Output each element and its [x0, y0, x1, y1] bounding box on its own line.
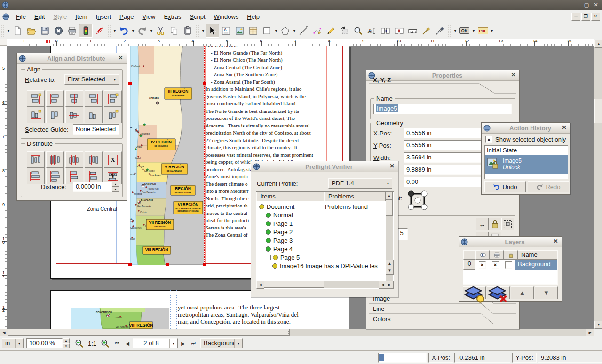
menu-insert[interactable]: Insert [92, 12, 116, 22]
print-column-header[interactable] [490, 250, 504, 260]
menu-extras[interactable]: Extras [159, 12, 185, 22]
lower-map-image[interactable]: CONCEPCIÓNChillánLos AngelesVIII REGIÓN [71, 308, 169, 329]
lower-text-frame[interactable]: yet most populous area. The three larges… [178, 304, 333, 325]
zoom-in-button[interactable] [98, 337, 112, 350]
chile-map-image[interactable]: ★★★★★ChañaralCOPIAPÓVallenarLA SERENA.Co… [130, 46, 204, 265]
distance-spinner[interactable]: 0.0000 in ▲▼ [73, 182, 119, 192]
preflight-row[interactable]: Image16 Image has a DPI-Value les [272, 261, 378, 270]
horizontal-ruler[interactable]: -10123456789101112131415 [7, 39, 594, 46]
align-button-7[interactable] [46, 107, 64, 123]
redo-button[interactable]: Redo [528, 181, 569, 192]
distribute-button-3[interactable] [65, 151, 83, 168]
preflight-row[interactable]: −Page 5 [266, 253, 300, 261]
insert-image-frame-button[interactable] [233, 24, 246, 38]
preflight-row[interactable]: Page 4 [266, 245, 293, 253]
action-history-titlebar[interactable]: Action History ✕ [482, 123, 570, 134]
window-minimize-button[interactable]: ─ [573, 2, 581, 8]
chevron-down-icon[interactable]: ▼ [6, 24, 11, 37]
mdi-close-button[interactable]: × [591, 13, 600, 21]
align-button-6[interactable] [27, 107, 45, 123]
align-button-8[interactable] [65, 107, 83, 123]
selection-handle[interactable] [203, 82, 206, 85]
tree-horizontal-scrollbar[interactable]: ◀ ◀ ▶ [256, 281, 393, 288]
delete-layer-button[interactable] [487, 286, 510, 299]
spin-up-icon[interactable]: ▲ [112, 182, 119, 187]
preflight-verifier-button[interactable] [79, 24, 93, 38]
chevron-down-icon[interactable]: ▼ [274, 24, 278, 37]
items-column-header[interactable]: Items [256, 192, 324, 201]
layer-lock-checkbox[interactable] [502, 260, 515, 270]
save-button[interactable] [38, 24, 52, 38]
distribute-button-7[interactable] [46, 168, 64, 184]
copy-properties-button[interactable] [420, 24, 433, 38]
distribute-button-1[interactable] [27, 151, 45, 168]
lower-layer-button[interactable]: ▼ [535, 286, 558, 299]
chevron-down-icon[interactable]: ▼ [149, 24, 154, 37]
zoom-level-spinner[interactable]: 100.00 % ▲▼ [26, 338, 70, 348]
insert-shape-button[interactable] [260, 24, 274, 38]
paste-button[interactable] [181, 24, 195, 38]
window-close-button[interactable]: ✕ [592, 2, 600, 8]
selection-handle[interactable] [128, 82, 132, 85]
layer-row[interactable]: 0 × × Background [463, 260, 557, 270]
redo-button[interactable] [135, 24, 149, 38]
insert-bezier-button[interactable] [310, 24, 324, 38]
undo-button[interactable] [117, 24, 131, 38]
menu-script[interactable]: Script [185, 12, 209, 22]
horizontal-scrollbar[interactable]: ◀ ▶ [0, 329, 594, 336]
pdf-text-field-tool[interactable]: PDF [476, 24, 490, 38]
history-item[interactable]: Initial State [485, 146, 568, 155]
scroll-up-icon[interactable]: ▲ [386, 192, 393, 200]
layer-print-checkbox[interactable]: × [489, 260, 502, 270]
open-document-button[interactable] [24, 24, 38, 38]
layer-select[interactable]: Background▼ [200, 338, 243, 348]
history-item[interactable]: Image5Unlock [485, 155, 568, 174]
distribute-button-2[interactable] [46, 151, 64, 168]
measurements-button[interactable] [406, 24, 420, 38]
scrollbar-grip-dots[interactable] [285, 331, 294, 334]
visible-column-header[interactable] [475, 250, 490, 260]
zoom-out-button[interactable] [72, 337, 86, 350]
vertical-ruler[interactable]: 567891 01 11 2 [0, 46, 8, 329]
tree-vertical-scrollbar[interactable]: ▲ ▲ ▼ [386, 192, 393, 281]
problems-tree[interactable]: Items Problems DocumentProblems foundNor… [256, 191, 394, 289]
close-icon[interactable]: ✕ [388, 163, 396, 170]
selection-handle[interactable] [128, 263, 132, 266]
menu-item[interactable]: Item [71, 12, 91, 22]
spin-down-icon[interactable]: ▼ [112, 187, 119, 192]
previous-page-button[interactable]: ◀ [122, 338, 133, 348]
tab-line[interactable]: Line [373, 305, 385, 312]
flip-horizontal-button[interactable]: ↔ [476, 218, 489, 230]
align-button-1[interactable] [27, 90, 45, 107]
first-page-button[interactable]: ⏮ [112, 338, 122, 348]
chevron-down-icon[interactable]: ▼ [471, 24, 476, 37]
insert-text-frame-button[interactable]: A [219, 24, 233, 38]
close-icon[interactable]: ✕ [552, 238, 559, 245]
history-list[interactable]: Initial StateImage5Unlock [484, 145, 568, 179]
zoom-reset-button[interactable]: 1:1 [88, 340, 96, 347]
scroll-right-icon[interactable]: ▶ [386, 281, 394, 289]
chevron-down-icon[interactable]: ▼ [490, 24, 494, 37]
chevron-down-icon[interactable]: ▼ [292, 24, 297, 37]
copy-button[interactable] [167, 24, 181, 38]
align-distribute-titlebar[interactable]: Align and Distribute ✕ [17, 53, 127, 64]
chevron-down-icon[interactable]: ▼ [453, 24, 458, 37]
raise-layer-button[interactable]: ▲ [511, 286, 534, 299]
close-document-button[interactable] [52, 24, 65, 38]
lock-column-header[interactable] [504, 250, 518, 260]
menu-view[interactable]: View [138, 12, 159, 22]
scroll-down-icon[interactable]: ▼ [386, 267, 394, 275]
eyedropper-button[interactable] [433, 24, 447, 38]
edit-text-button[interactable]: A [365, 24, 379, 38]
selection-handle[interactable] [166, 263, 169, 266]
scroll-up-button[interactable]: ▲ [594, 40, 602, 48]
align-button-4[interactable] [85, 90, 103, 107]
menu-help[interactable]: Help [243, 12, 264, 22]
layers-titlebar[interactable]: Layers ✕ [459, 237, 562, 247]
rotate-item-button[interactable] [338, 24, 351, 38]
menu-edit[interactable]: Edit [30, 12, 49, 22]
window-maximize-button[interactable]: ▢ [582, 2, 591, 8]
align-button-9[interactable] [85, 107, 103, 123]
close-icon[interactable]: ✕ [561, 124, 568, 131]
last-page-button[interactable]: ⏭ [188, 338, 198, 348]
